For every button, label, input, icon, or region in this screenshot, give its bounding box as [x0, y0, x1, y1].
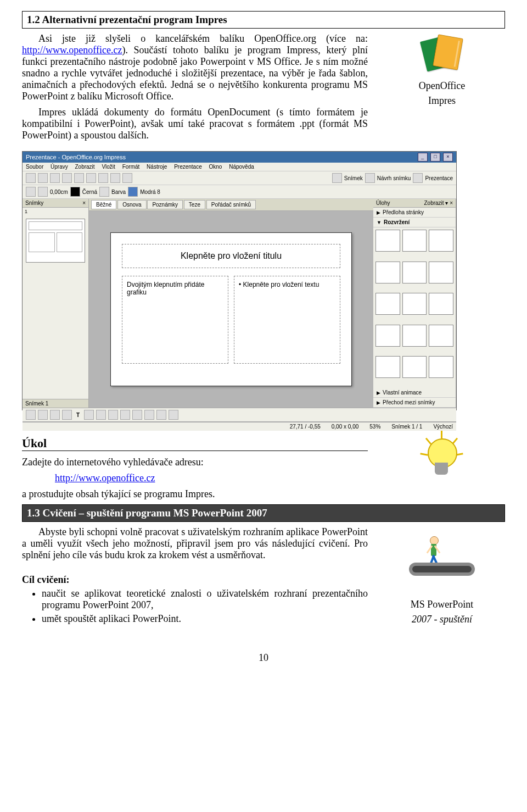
draw-arrows-icon[interactable]	[120, 410, 130, 420]
menu-prezentace[interactable]: Prezentace	[174, 164, 202, 170]
side-caption-2b: 2007 - spuštění	[412, 614, 472, 625]
toolbar-print-icon[interactable]	[62, 173, 72, 183]
draw-flowchart-icon[interactable]	[132, 410, 142, 420]
tab-teze[interactable]: Teze	[184, 200, 205, 209]
openoffice-link-2[interactable]: http://www.openoffice.cz	[55, 472, 155, 483]
graphic-placeholder[interactable]: Dvojitým klepnutím přidáte grafiku	[122, 276, 228, 364]
task-rozvrzeni[interactable]: ▼Rozvržení	[373, 218, 456, 227]
text-placeholder[interactable]: • Klepněte pro vložení textu	[234, 276, 340, 364]
tab-poradac[interactable]: Pořádač snímků	[206, 200, 256, 209]
task-prechod[interactable]: ▶Přechod mezi snímky	[373, 398, 456, 408]
slide-thumbnail-1[interactable]	[26, 219, 85, 263]
menu-soubor[interactable]: Soubor	[26, 164, 43, 170]
menu-nastroje[interactable]: Nástroje	[147, 164, 167, 170]
layout-thumb[interactable]	[375, 230, 400, 252]
toolbar-design-icon[interactable]	[365, 173, 375, 183]
status-slide: Snímek 1 / 1	[391, 424, 422, 430]
layout-thumb[interactable]	[402, 325, 427, 347]
toolbar-new-icon[interactable]	[26, 173, 36, 183]
fill-icon[interactable]	[99, 187, 109, 197]
draw-callout-icon[interactable]	[144, 410, 154, 420]
minimize-icon[interactable]: _	[418, 153, 428, 162]
layout-thumb[interactable]	[402, 356, 427, 378]
treadmill-icon	[409, 526, 475, 576]
toolbar-open-icon[interactable]	[38, 173, 48, 183]
toolbar-slide-icon[interactable]	[332, 173, 342, 183]
view-tabs[interactable]: Běžné Osnova Poznámky Teze Pořádač snímk…	[89, 199, 373, 211]
draw-connector-icon[interactable]	[96, 410, 106, 420]
layout-thumb[interactable]	[375, 293, 400, 315]
draw-text-icon[interactable]: T	[74, 412, 82, 418]
toolbar-presentation-icon[interactable]	[413, 173, 423, 183]
layouts-grid[interactable]	[373, 227, 456, 388]
draw-select-icon[interactable]	[26, 410, 36, 420]
arrow-icon[interactable]	[26, 187, 36, 197]
window-buttons[interactable]: _ □ ×	[417, 153, 453, 162]
draw-ellipse-icon[interactable]	[62, 410, 72, 420]
drawing-toolbar[interactable]: T	[23, 408, 456, 422]
slide-editor[interactable]: Klepněte pro vložení titulu Dvojitým kle…	[110, 232, 352, 386]
para-1-a: Asi jste již slyšeli o kancelářském balí…	[38, 33, 368, 44]
layout-thumb[interactable]	[402, 293, 427, 315]
layout-thumb[interactable]	[429, 230, 453, 252]
toolbar-paste-icon[interactable]	[98, 173, 108, 183]
tab-osnova[interactable]: Osnova	[117, 200, 146, 209]
openoffice-link-1[interactable]: http://www.openoffice.cz	[22, 45, 122, 55]
toolbar-right-prez[interactable]: Prezentace	[425, 175, 453, 181]
menubar[interactable]: Soubor Úpravy Zobrazit Vložit Formát Nás…	[23, 163, 456, 171]
task-animace[interactable]: ▶Vlastní animace	[373, 388, 456, 398]
toolbar-cut-icon[interactable]	[74, 173, 84, 183]
tasks-zobrazit[interactable]: Zobrazit ▾ ×	[424, 200, 453, 206]
draw-line-icon[interactable]	[38, 410, 48, 420]
layout-thumb[interactable]	[429, 262, 453, 283]
fill-color-name[interactable]: Modrá 8	[140, 189, 160, 195]
menu-vlozit[interactable]: Vložit	[102, 164, 115, 170]
layout-thumb[interactable]	[429, 356, 453, 378]
layout-thumb[interactable]	[402, 230, 427, 252]
toolbar-right-snimek[interactable]: Snímek	[344, 175, 363, 181]
menu-upravy[interactable]: Úpravy	[51, 164, 68, 170]
tasks-panel[interactable]: Úlohy Zobrazit ▾ × ▶Předloha stránky ▼Ro…	[373, 199, 456, 408]
toolbar-redo-icon[interactable]	[122, 173, 132, 183]
draw-3d-icon[interactable]	[169, 410, 178, 420]
task-predloha[interactable]: ▶Předloha stránky	[373, 208, 456, 218]
toolbar-right-navrh[interactable]: Návrh snímku	[377, 175, 411, 181]
line-color-swatch[interactable]	[70, 187, 80, 197]
status-zoom[interactable]: 53%	[369, 424, 380, 430]
line-color-name[interactable]: Černá	[82, 189, 97, 195]
toolbar-copy-icon[interactable]	[86, 173, 96, 183]
toolbar-1[interactable]: Snímek Návrh snímku Prezentace	[23, 171, 456, 185]
layout-thumb[interactable]	[429, 325, 453, 347]
menu-zobrazit[interactable]: Zobrazit	[75, 164, 95, 170]
layout-thumb[interactable]	[375, 356, 400, 378]
layout-thumb[interactable]	[429, 293, 453, 315]
toolbar-undo-icon[interactable]	[110, 173, 120, 183]
slides-panel-close-icon[interactable]: ×	[82, 200, 86, 206]
menu-format[interactable]: Formát	[122, 164, 140, 170]
side-caption-1a: OpenOffice	[419, 80, 466, 92]
line-icon[interactable]	[38, 187, 48, 197]
line-width[interactable]: 0,00cm	[50, 189, 68, 195]
slide-canvas[interactable]: Klepněte pro vložení titulu Dvojitým kle…	[89, 211, 373, 408]
maximize-icon[interactable]: □	[430, 153, 440, 162]
layout-thumb[interactable]	[375, 325, 400, 347]
layout-thumb[interactable]	[375, 262, 400, 283]
fill-color-swatch[interactable]	[128, 187, 138, 197]
draw-rect-icon[interactable]	[50, 410, 60, 420]
layout-thumb[interactable]	[402, 262, 427, 283]
draw-curve-icon[interactable]	[84, 410, 94, 420]
draw-stars-icon[interactable]	[156, 410, 166, 420]
menu-napoveda[interactable]: Nápověda	[229, 164, 254, 170]
toolbar-2[interactable]: 0,00cm Černá Barva Modrá 8	[23, 185, 456, 199]
toolbar-save-icon[interactable]	[50, 173, 60, 183]
tasks-panel-header: Úlohy Zobrazit ▾ ×	[373, 199, 456, 208]
books-icon	[420, 33, 464, 77]
fill-label[interactable]: Barva	[111, 189, 126, 195]
tab-bezne[interactable]: Běžné	[91, 200, 116, 209]
draw-shapes-icon[interactable]	[108, 410, 118, 420]
title-placeholder[interactable]: Klepněte pro vložení titulu	[122, 244, 340, 268]
slides-panel[interactable]: Snímky × 1 Snímek 1	[23, 199, 89, 408]
tab-poznamky[interactable]: Poznámky	[147, 200, 183, 209]
close-icon[interactable]: ×	[443, 153, 453, 162]
menu-okno[interactable]: Okno	[209, 164, 222, 170]
